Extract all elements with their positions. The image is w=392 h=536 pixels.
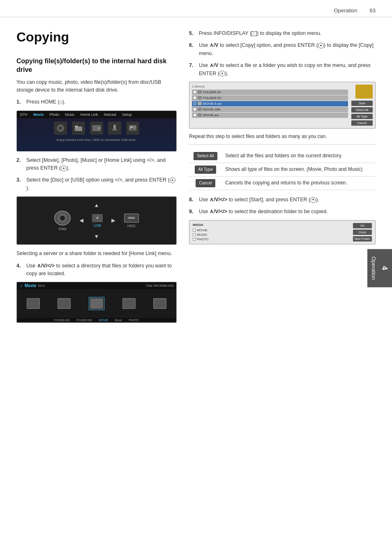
- nav-setup: Setup: [122, 113, 132, 117]
- step-2: 2. Select [Movie], [Photo], [Music] or […: [16, 156, 177, 173]
- divider-1: [189, 144, 376, 145]
- btn-select-all: Select All: [194, 152, 217, 160]
- step-3: 3. Select the [Disc] or [USB] option usi…: [16, 176, 177, 192]
- nav-movie: Movie: [33, 113, 44, 117]
- table-row: Select All Select all the files and fold…: [189, 150, 376, 163]
- icon-photo: [126, 122, 139, 135]
- step-3-note: Selecting a server or a share folder is …: [16, 250, 177, 258]
- step-5-text: Press INFO/DISPLAY (□) to display the op…: [199, 30, 376, 37]
- svg-point-5: [98, 127, 100, 129]
- step-4: 4. Use ∧/V/</> to select a directory tha…: [16, 262, 177, 278]
- buttons-table: Select All Select all the files and fold…: [189, 150, 376, 190]
- step-9: 9. Use ∧/V/</> to select the destination…: [189, 208, 376, 216]
- step-3-text: Select the [Disc] or [USB] option using …: [26, 176, 177, 192]
- ss3-title-bar: ☆ Movie DivX: [19, 283, 45, 288]
- step-8: 8. Use ∧/V/</> to select [Start], and pr…: [189, 196, 376, 204]
- ss5-checkbox-photo: [193, 238, 196, 241]
- ss3-header: ☆ Movie DivX Total: 999.99MB HDD: [17, 282, 176, 289]
- ss5-item-photo: PHOTO: [193, 237, 349, 242]
- screenshot-usb-hdd: ▲ Data ◄ 8 USB ► HDD HDD: [16, 196, 177, 245]
- icon-folder: [72, 122, 85, 135]
- ss5-header: MEDIA: [193, 223, 349, 227]
- step-4-num: 4.: [16, 262, 24, 278]
- ss1-footer: Enjoy movies from Disc, HDD or connected…: [17, 136, 176, 143]
- main-content: Copying Copying file(s)/folder(s) to the…: [0, 17, 392, 340]
- ss3-info: Total: 999.99MB HDD: [146, 284, 174, 287]
- ss3-icons: [17, 289, 176, 318]
- screenshot-movie-browser: ☆ Movie DivX Total: 999.99MB HDD: [16, 282, 177, 323]
- step-1: 1. Press HOME (⌂).: [16, 98, 177, 106]
- ss5-checkbox-music: [193, 233, 196, 236]
- step-6-num: 6.: [189, 41, 196, 58]
- step-5: 5. Press INFO/DISPLAY (□) to display the…: [189, 30, 376, 37]
- step-8-num: 8.: [189, 196, 196, 204]
- page-header: Operation 63: [0, 0, 392, 17]
- table-row: All Type Shows all type of files on the …: [189, 163, 376, 176]
- svg-point-1: [59, 127, 62, 129]
- step-7-note: Repeat this step to select files and fol…: [189, 133, 376, 140]
- header-right: Operation 63: [334, 7, 376, 14]
- btn-cancel-desc: Cancels the copying and returns to the p…: [222, 176, 376, 190]
- screenshot-home-menu: DTV Movie Photo Music Home Link Netcast …: [16, 110, 177, 152]
- page-title: Copying: [16, 30, 177, 45]
- nav-homelink: Home Link: [81, 113, 98, 117]
- ss5-buttons: OK Close New Folder: [353, 223, 372, 242]
- nav-music: Music: [65, 113, 75, 117]
- icon-usb: [108, 122, 121, 135]
- step-1-num: 1.: [16, 98, 24, 106]
- btn-cancel: Cancel: [196, 179, 215, 187]
- right-column: 5. Press INFO/DISPLAY (□) to display the…: [189, 30, 376, 328]
- step-2-num: 2.: [16, 156, 24, 173]
- ss5-tree: MEDIA MOVIE MUSIC PHOTO: [193, 223, 349, 242]
- btn-all-type: All Type: [195, 166, 216, 174]
- intro-text: You can copy music, photo, video file(s)…: [16, 78, 177, 94]
- nav-netcast: Netcast: [104, 113, 117, 117]
- side-tab-number: 4: [380, 266, 389, 270]
- svg-point-9: [131, 127, 132, 128]
- step-2-text: Select [Movie], [Photo], [Music] or [Hom…: [26, 156, 177, 173]
- section-label: Operation: [334, 7, 357, 14]
- section-heading: Copying file(s)/folder(s) to the interna…: [16, 57, 177, 74]
- step-1-text: Press HOME (⌂).: [26, 98, 177, 106]
- svg-rect-3: [75, 126, 78, 127]
- ss5-item-music: MUSIC: [193, 232, 349, 237]
- side-tab: 4 Operation: [367, 249, 392, 287]
- screenshot-copy-menu: 1 item(s) FOLDER 02 FOLDER 03: [189, 82, 376, 129]
- step-7: 7. Use ∧/V to select a file or a folder …: [189, 62, 376, 78]
- table-row: Cancel Cancels the copying and returns t…: [189, 176, 376, 190]
- icon-disc: [54, 122, 67, 135]
- ss5-item-movie: MOVIE: [193, 228, 349, 232]
- side-tab-label: Operation: [371, 256, 377, 280]
- svg-rect-6: [113, 125, 116, 129]
- step-7-num: 7.: [189, 62, 196, 78]
- step-6: 6. Use ∧/V to select [Copy] option, and …: [189, 41, 376, 58]
- screenshot-media-folder: MEDIA MOVIE MUSIC PHOTO OK Close New Fol…: [189, 220, 376, 244]
- btn-all-type-desc: Shows all type of files on the screen. (…: [222, 163, 376, 176]
- ss1-nav: DTV Movie Photo Music Home Link Netcast …: [17, 111, 176, 118]
- step-9-text: Use ∧/V/</> to select the destination fo…: [199, 208, 376, 216]
- left-column: Copying Copying file(s)/folder(s) to the…: [16, 30, 177, 328]
- step-3-num: 3.: [16, 176, 24, 192]
- step-6-text: Use ∧/V to select [Copy] option, and pre…: [199, 41, 376, 58]
- nav-dtv: DTV: [20, 113, 28, 117]
- page-number: 63: [370, 7, 376, 14]
- ss1-icons: [17, 118, 176, 136]
- nav-photo: Photo: [50, 113, 60, 117]
- btn-select-all-desc: Select all the files and folders on the …: [222, 150, 376, 163]
- step-4-text: Use ∧/V/</> to select a directory that f…: [26, 262, 177, 278]
- ss5-checkbox-movie: [193, 229, 196, 232]
- step-9-num: 9.: [189, 208, 196, 216]
- icon-hdd: [90, 122, 103, 135]
- step-7-text: Use ∧/V to select a file or a folder you…: [199, 62, 376, 78]
- step-5-num: 5.: [189, 30, 196, 37]
- ss3-footer: FOUND.001 FOUND.002 MOVIE Music PHOTO: [17, 318, 176, 322]
- step-8-text: Use ∧/V/</> to select [Start], and press…: [199, 196, 376, 204]
- svg-rect-7: [112, 129, 117, 131]
